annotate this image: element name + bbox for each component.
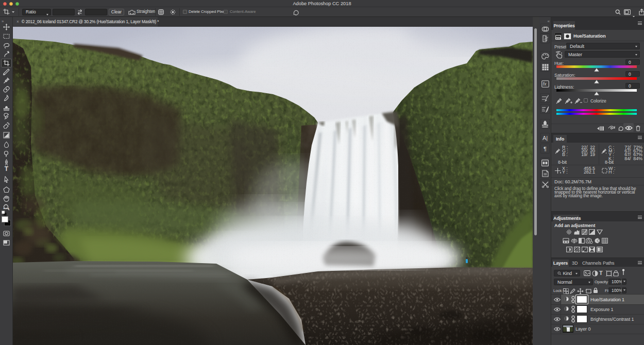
svg-text:fx: fx — [543, 81, 547, 87]
